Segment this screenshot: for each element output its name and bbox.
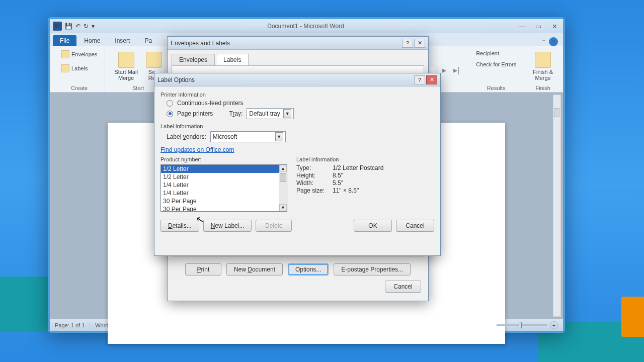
scroll-thumb[interactable] <box>554 108 559 117</box>
list-item[interactable]: 30 Per Page <box>161 205 287 212</box>
group-results: Results <box>487 84 506 92</box>
group-start: Start <box>132 84 144 92</box>
mail-merge-icon <box>118 52 134 68</box>
tab-insert[interactable]: Insert <box>108 35 137 46</box>
dialog-help-button[interactable]: ? <box>402 39 413 48</box>
maximize-button[interactable]: ▭ <box>533 23 544 30</box>
width-label: Width: <box>296 179 328 187</box>
help-icon[interactable]: ? <box>549 37 558 46</box>
options-button[interactable]: Options... <box>288 263 329 276</box>
divider <box>90 322 90 329</box>
tray-value: Default tray <box>249 110 280 117</box>
titlebar: W 💾 ↶ ↻ ▾ Document1 - Microsoft Word — ▭… <box>50 19 563 33</box>
label-icon <box>61 64 69 72</box>
print-button[interactable]: Print <box>185 263 221 276</box>
list-item[interactable]: 1/2 Letter <box>161 165 287 173</box>
tab-labels[interactable]: Labels <box>216 54 249 65</box>
group-finish: Finish <box>535 84 550 92</box>
product-number-listbox[interactable]: 1/2 Letter 1/2 Letter 1/4 Letter 1/4 Let… <box>160 164 287 212</box>
list-item[interactable]: 1/4 Letter <box>161 181 287 189</box>
envelopes-button[interactable]: Envelopes <box>58 48 101 60</box>
window-title: Document1 - Microsoft Word <box>95 23 517 30</box>
finish-icon <box>535 52 551 68</box>
desktop-decor <box>621 297 644 337</box>
envelope-icon <box>61 50 69 58</box>
dropdown-arrow-icon: ▼ <box>275 132 283 141</box>
list-item[interactable]: 1/4 Letter <box>161 189 287 197</box>
group-create: Create <box>71 84 88 92</box>
vendor-value: Microsoft <box>213 133 272 140</box>
minimize-button[interactable]: — <box>517 23 528 30</box>
width-value: 5.5" <box>333 179 343 187</box>
qat-redo-icon[interactable]: ↻ <box>84 23 89 30</box>
zoom-handle[interactable] <box>519 322 522 328</box>
height-label: Height: <box>296 172 328 179</box>
label-vendors-label: Label vendors: <box>167 133 206 140</box>
dialog-title: Envelopes and Labels <box>171 40 401 47</box>
dropdown-arrow-icon: ▼ <box>283 109 291 118</box>
product-number-label: Product number: <box>160 156 287 162</box>
info-header: Label information <box>296 156 383 162</box>
list-item[interactable]: 1/2 Letter <box>161 173 287 181</box>
new-label-button[interactable]: New Label... <box>203 220 252 232</box>
list-item[interactable]: 30 Per Page <box>161 197 287 205</box>
printer-info-label: Printer information <box>160 92 434 98</box>
pagesize-label: Page size: <box>296 187 328 194</box>
tab-file[interactable]: File <box>53 35 76 46</box>
tray-label: Tray: <box>229 110 243 117</box>
page-printers-label: Page printers <box>177 110 213 117</box>
nav-next-icon[interactable]: ▸ <box>442 65 446 75</box>
check-errors-button[interactable]: Check for Errors <box>472 59 520 69</box>
app-icon: W <box>53 22 62 31</box>
details-button[interactable]: Details... <box>160 220 199 232</box>
scroll-down-icon[interactable]: ▼ <box>279 204 287 211</box>
ok-button[interactable]: OK <box>354 220 392 232</box>
start-mail-merge-button[interactable]: Start Mail Merge <box>112 51 139 82</box>
type-label: Type: <box>296 164 328 171</box>
finish-merge-button[interactable]: Finish & Merge <box>531 51 555 82</box>
status-page[interactable]: Page: 1 of 1 <box>55 322 85 328</box>
listbox-scrollbar[interactable]: ▲ ▼ <box>279 165 287 211</box>
tab-envelopes[interactable]: Envelopes <box>172 54 215 65</box>
find-updates-link[interactable]: Find updates on Office.com <box>160 146 234 153</box>
delete-button: Delete <box>256 220 292 232</box>
dialog-close-button[interactable]: ✕ <box>414 39 425 48</box>
pagesize-value: 11" × 8.5" <box>333 187 359 194</box>
nav-last-icon[interactable]: ▸| <box>453 65 459 75</box>
tab-home[interactable]: Home <box>77 35 107 46</box>
dialog-titlebar: Label Options ? ✕ <box>154 73 440 86</box>
new-document-button[interactable]: New Document <box>226 263 283 276</box>
cancel-button[interactable]: Cancel <box>396 220 434 232</box>
qat-undo-icon[interactable]: ↶ <box>75 23 80 30</box>
dialog-title: Label Options <box>157 76 413 83</box>
scroll-up-icon[interactable]: ▲ <box>279 165 287 172</box>
ribbon-collapse-icon[interactable]: ⌃ <box>541 39 546 45</box>
page-printers-radio[interactable] <box>167 111 173 117</box>
epostage-button[interactable]: E-postage Properties... <box>334 263 411 276</box>
cancel-button[interactable]: Cancel <box>385 281 421 293</box>
vendor-select[interactable]: Microsoft ▼ <box>210 131 286 142</box>
labels-button[interactable]: Labels <box>58 62 91 74</box>
dialog-titlebar: Envelopes and Labels ? ✕ <box>168 37 428 50</box>
recipients-icon <box>146 52 162 68</box>
close-button[interactable]: ✕ <box>549 23 560 30</box>
find-recipient-button[interactable]: Recipient <box>472 48 503 58</box>
zoom-slider[interactable] <box>497 324 547 326</box>
tray-select[interactable]: Default tray ▼ <box>247 108 294 119</box>
label-info-table: Type:1/2 Letter Postcard Height:8.5" Wid… <box>296 164 383 194</box>
qat-save-icon[interactable]: 💾 <box>65 23 72 30</box>
type-value: 1/2 Letter Postcard <box>333 164 383 171</box>
label-info-label: Label information <box>160 123 434 129</box>
dialog-help-button[interactable]: ? <box>414 75 425 84</box>
zoom-in-button[interactable]: + <box>550 321 558 329</box>
label-options-dialog: Label Options ? ✕ Printer information Co… <box>154 73 441 256</box>
scroll-thumb[interactable] <box>280 173 286 182</box>
vertical-scrollbar[interactable] <box>553 95 561 317</box>
dialog-close-button[interactable]: ✕ <box>426 75 437 84</box>
height-value: 8.5" <box>333 172 343 179</box>
continuous-feed-radio[interactable] <box>167 100 173 107</box>
continuous-feed-label: Continuous-feed printers <box>177 100 243 107</box>
tab-partial[interactable]: Pa <box>137 35 159 46</box>
